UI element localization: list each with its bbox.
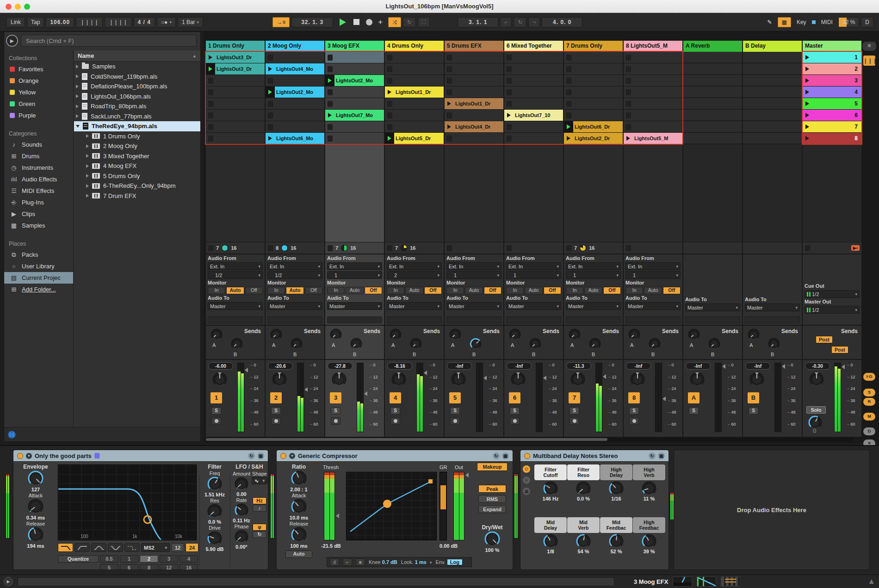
link-button[interactable]: Link bbox=[6, 17, 25, 27]
file-row[interactable]: 7 Drum EFX bbox=[74, 191, 200, 201]
monitor-off-button[interactable]: Off bbox=[424, 287, 442, 294]
clip-slot[interactable]: LightsOut6_Mo bbox=[266, 133, 324, 144]
stop-all-track-clips[interactable] bbox=[447, 245, 452, 251]
clip-stop-icon[interactable] bbox=[387, 78, 392, 84]
clip-slot[interactable]: LightsOut7_10 bbox=[504, 110, 563, 121]
volume-value[interactable]: -11.3 bbox=[566, 362, 591, 370]
new-scene-button[interactable]: + bbox=[374, 17, 386, 27]
category-instruments[interactable]: ◷Instruments bbox=[4, 162, 73, 173]
empty-clip-slot[interactable] bbox=[564, 63, 623, 74]
monitor-auto-button[interactable]: Auto bbox=[644, 287, 662, 294]
pan-knob[interactable] bbox=[630, 372, 645, 387]
track-title[interactable]: 1 Drums Only bbox=[206, 41, 265, 52]
clip-launch-button[interactable] bbox=[564, 133, 573, 144]
return-clip-slot[interactable] bbox=[683, 133, 742, 144]
monitor-in-button[interactable]: In bbox=[208, 287, 225, 294]
output-select[interactable]: Master▾ bbox=[387, 302, 442, 310]
input-type-select[interactable]: Ext. In▾ bbox=[506, 262, 561, 270]
empty-clip-slot[interactable] bbox=[504, 52, 563, 63]
clip-stop-icon[interactable] bbox=[387, 124, 392, 130]
clip-stop-icon[interactable] bbox=[566, 112, 571, 118]
empty-clip-slot[interactable] bbox=[325, 87, 384, 98]
empty-clip-slot[interactable] bbox=[564, 75, 623, 86]
clip-launch-button[interactable] bbox=[504, 110, 514, 121]
macro-knob[interactable] bbox=[609, 534, 624, 549]
macro-knob[interactable] bbox=[543, 481, 558, 496]
clip-stop-icon[interactable] bbox=[447, 112, 452, 118]
empty-clip-slot[interactable] bbox=[206, 75, 265, 86]
input-channel-select[interactable]: 1/2▾ bbox=[267, 271, 322, 279]
send-a-knob[interactable] bbox=[688, 328, 700, 340]
quantize-12[interactable]: 12 bbox=[160, 564, 178, 570]
track-background[interactable] bbox=[743, 144, 802, 242]
track-title[interactable]: 7 Drums Only bbox=[564, 41, 623, 52]
empty-clip-slot[interactable] bbox=[266, 98, 324, 109]
arm-button[interactable] bbox=[331, 417, 340, 425]
file-row[interactable]: LightsOut_106bpm.als bbox=[74, 92, 200, 102]
reenable-automation-button[interactable]: ↻ bbox=[403, 17, 416, 27]
metronome-toggle[interactable]: ○●▾ bbox=[157, 17, 176, 27]
return-clip-slot[interactable] bbox=[743, 121, 802, 132]
clip-stop-icon[interactable] bbox=[566, 101, 571, 107]
macro-label[interactable]: MidDelay bbox=[534, 517, 567, 533]
lowpass-icon[interactable] bbox=[58, 543, 73, 552]
hot-swap-icon[interactable]: ↻ bbox=[248, 452, 255, 459]
device-thumbnail-1[interactable] bbox=[673, 576, 692, 587]
clip-stop-icon[interactable] bbox=[507, 101, 512, 107]
category-plug-ins[interactable]: ⎆Plug-Ins bbox=[4, 197, 73, 208]
transfer-curve-icon[interactable]: ⌐ bbox=[343, 558, 352, 566]
tempo-field[interactable]: 106.00 bbox=[46, 17, 74, 27]
monitor-auto-button[interactable]: Auto bbox=[525, 287, 542, 294]
loop-length-field[interactable]: 4. 0. 0 bbox=[542, 17, 582, 27]
file-row[interactable]: TheRedEye_94bpm.als bbox=[74, 121, 200, 131]
clip-stop-icon[interactable] bbox=[507, 66, 512, 72]
clip-slot[interactable]: LightsOut6_Dr bbox=[564, 121, 623, 132]
volume-value[interactable]: -6.00 bbox=[208, 362, 233, 370]
output-select[interactable]: Master▾ bbox=[327, 302, 382, 310]
poles-24-button[interactable]: 24 bbox=[186, 543, 198, 552]
empty-clip-slot[interactable] bbox=[624, 87, 682, 98]
clip-slot[interactable]: LightsOut3_Dr bbox=[206, 52, 265, 63]
send-b-knob[interactable] bbox=[410, 338, 422, 350]
send-a-knob[interactable] bbox=[569, 328, 581, 340]
empty-clip-slot[interactable] bbox=[385, 110, 444, 121]
cue-out-select[interactable]: 1/2▾ bbox=[805, 290, 860, 298]
arm-button[interactable] bbox=[569, 417, 579, 425]
input-channel-select[interactable]: 1▾ bbox=[506, 271, 561, 279]
empty-clip-slot[interactable] bbox=[325, 121, 384, 132]
empty-clip-slot[interactable] bbox=[624, 98, 682, 109]
fader-marker[interactable] bbox=[662, 396, 666, 401]
clip-stop-icon[interactable] bbox=[507, 78, 512, 84]
clip-stop-icon[interactable] bbox=[328, 136, 333, 142]
monitor-off-button[interactable]: Off bbox=[245, 287, 263, 294]
clip-stop-icon[interactable] bbox=[328, 55, 333, 61]
ratio-knob[interactable] bbox=[291, 470, 307, 486]
mixer-section-toggle-D[interactable]: D bbox=[863, 427, 875, 435]
nudge-down-button[interactable]: ❘❘❘❘ bbox=[76, 17, 103, 27]
clip-stop-icon[interactable] bbox=[268, 112, 273, 118]
send-b-knob[interactable] bbox=[470, 338, 482, 350]
monitor-in-button[interactable]: In bbox=[267, 287, 285, 294]
lfo-shape-select[interactable]: ∿▾ bbox=[252, 477, 267, 484]
knee-value[interactable]: 0.7 dB bbox=[382, 559, 397, 565]
fader-marker[interactable] bbox=[364, 391, 367, 396]
category-clips[interactable]: ▶Clips bbox=[4, 208, 73, 220]
clip-stop-icon[interactable] bbox=[626, 78, 631, 84]
empty-clip-slot[interactable] bbox=[266, 121, 324, 132]
scene-launch[interactable]: 3 bbox=[803, 75, 861, 86]
return-clip-slot[interactable] bbox=[743, 75, 802, 86]
device-thumbnail-3[interactable] bbox=[721, 576, 740, 587]
io-section-icon[interactable]: ❘❘❘ bbox=[863, 56, 875, 66]
volume-value[interactable]: -Inf bbox=[447, 362, 472, 370]
drywet-knob[interactable] bbox=[484, 531, 500, 547]
file-row[interactable]: 4 Moog EFX bbox=[74, 161, 200, 171]
send-b-post-toggle[interactable]: Post bbox=[831, 346, 848, 353]
empty-clip-slot[interactable] bbox=[504, 121, 563, 132]
solo-button[interactable]: S bbox=[749, 407, 758, 415]
zoom-window-button[interactable] bbox=[24, 4, 30, 10]
clip-stop-icon[interactable] bbox=[507, 55, 512, 61]
track-activator[interactable]: 8 bbox=[628, 392, 640, 403]
clip-slot[interactable]: LightsOut3_Dr bbox=[206, 63, 265, 74]
freq-knob[interactable] bbox=[207, 477, 222, 491]
overload-indicator[interactable]: D bbox=[861, 17, 873, 27]
